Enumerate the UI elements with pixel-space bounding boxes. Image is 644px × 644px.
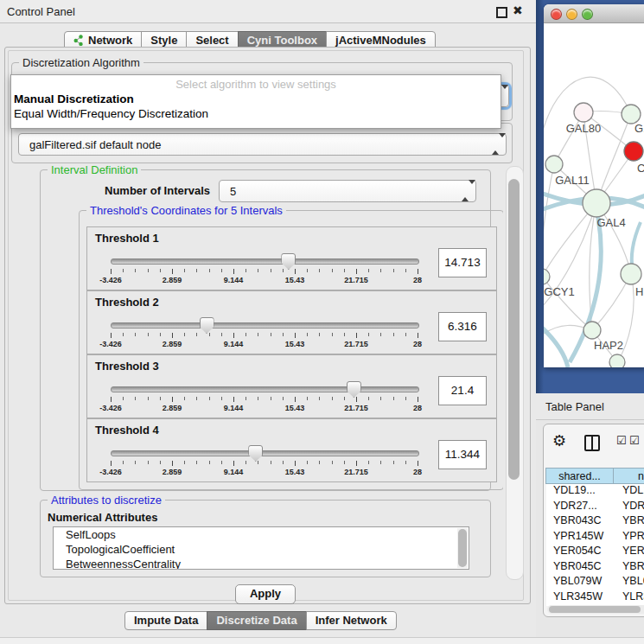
attribute-item[interactable]: SelfLoops [54,527,469,542]
table-cell[interactable]: YBR0 [614,514,644,530]
slider-thumb[interactable] [281,253,296,270]
close-traffic-light[interactable] [551,9,562,20]
label-hap2: HAP2 [594,339,623,352]
table-cell[interactable]: YER054C [546,545,614,560]
table-cell[interactable]: YBL079W [546,575,614,590]
table-horizontal-scrollbar[interactable] [547,605,644,614]
table-row[interactable]: YPR145WYPR1 [546,530,644,545]
table-row[interactable]: YLR345WYLR3 [546,590,644,606]
tick-mark [368,461,369,464]
tab-label: Network [88,34,132,47]
threshold-value-field[interactable]: 21.4 [438,376,487,405]
node-h[interactable] [621,264,641,284]
node-gcy1[interactable] [544,269,550,284]
slider-thumb[interactable] [200,317,214,334]
table-cell[interactable]: YDR2 [614,500,644,515]
column-header-shared[interactable]: shared... [545,468,614,484]
table-cell[interactable]: YLR345W [546,590,614,606]
tick-mark [233,461,234,466]
network-canvas[interactable]: GAL80 G. C GAL11 GAL4 GCY1 H HAP2 [544,23,644,367]
slider-thumb[interactable] [248,445,263,462]
slider-track[interactable] [111,450,419,456]
table-row[interactable]: YER054CYER0 [546,545,644,560]
tick-mark [258,461,258,464]
node-bottom[interactable] [609,354,625,367]
node-top-right[interactable] [622,105,641,124]
tick-mark [111,333,112,338]
tab-infer-network[interactable]: Infer Network [306,611,397,630]
threshold-slider[interactable]: -3.4262.8599.14415.4321.71528 [103,381,425,412]
table-cell[interactable]: YPR1 [614,530,644,545]
tick-mark [148,333,149,336]
zoom-traffic-light[interactable] [582,9,593,20]
apply-button[interactable]: Apply [235,584,296,604]
checkbox-icon[interactable]: ☑ [629,434,640,447]
table-cell[interactable]: YLR3 [614,590,644,606]
slider-track[interactable] [111,322,419,328]
table-cell[interactable]: YBR0 [614,560,644,576]
threshold-value-field[interactable]: 6.316 [438,312,487,341]
attribute-item[interactable]: BetweennessCentrality [54,557,469,570]
tick-mark [184,269,185,272]
table-row[interactable]: YDL19...YDL1 [546,484,644,500]
threshold-slider[interactable]: -3.4262.8599.14415.4321.71528 [103,317,425,348]
table-cell[interactable]: YER0 [614,545,644,560]
slider-track[interactable] [111,258,419,265]
slider-track[interactable] [111,386,419,392]
network-window-titlebar[interactable] [544,4,644,23]
node-hap2[interactable] [583,322,601,339]
table-cell[interactable]: YDL1 [614,484,644,500]
tick-mark [245,461,246,464]
tab-impute-data[interactable]: Impute Data [124,611,207,630]
slider-thumb[interactable] [347,381,361,398]
table-cell[interactable]: YBR045C [546,560,614,576]
node-gal80[interactable] [574,103,593,122]
settings-vertical-scrollbar[interactable] [506,166,524,580]
tick-mark [418,461,418,466]
number-of-intervals-combobox[interactable]: 5 [219,180,476,202]
table-cell[interactable]: YPR145W [546,530,614,545]
table-cell[interactable]: YDL19... [546,484,614,500]
float-window-icon[interactable] [496,7,507,18]
tick-mark [172,269,173,274]
tick-label: 9.144 [224,468,244,476]
node-red-selected[interactable] [624,142,643,161]
tick-mark [196,461,197,464]
tick-mark [148,397,149,400]
tick-mark [380,269,381,272]
threshold-slider[interactable]: -3.4262.8599.14415.4321.71528 [103,445,425,476]
scrollbar-thumb[interactable] [508,179,520,480]
table-row[interactable]: YBL079WYBL0 [546,575,644,590]
table-row[interactable]: YBR043CYBR0 [546,514,644,530]
gear-icon[interactable]: ⚙ [552,433,566,449]
column-header-name[interactable]: na [613,468,644,484]
tick-mark [307,397,308,400]
minimize-traffic-light[interactable] [566,9,577,20]
attribute-item[interactable]: TopologicalCoefficient [54,542,469,557]
list-scrollbar[interactable] [457,528,468,568]
table-data-combobox[interactable]: galFiltered.sif default node [18,133,507,156]
checkbox-icon[interactable]: ☑ [616,434,627,447]
table-cell[interactable]: YBL0 [614,575,644,590]
tick-mark [160,333,161,336]
table-cell[interactable]: YBR043C [546,514,614,530]
threshold-slider[interactable]: -3.4262.8599.14415.4321.71528 [103,253,425,284]
dropdown-option-equal-width[interactable]: Equal Width/Frequency Discretization [14,107,208,120]
threshold-value-field[interactable]: 11.344 [438,440,487,469]
tick-mark [123,461,124,464]
node-gal4[interactable] [583,189,610,217]
table-cell[interactable]: YDR27... [546,500,614,515]
tab-discretize-data[interactable]: Discretize Data [207,611,306,630]
tick-label: 15.43 [285,340,305,348]
table-row[interactable]: YBR045CYBR0 [546,560,644,576]
node-gal11[interactable] [545,156,563,173]
threshold-value-field[interactable]: 14.713 [438,248,487,277]
dropdown-option-manual[interactable]: Manual Discretization [14,92,134,105]
close-icon[interactable]: ✖ [513,3,523,17]
tick-mark [307,269,308,272]
table-row[interactable]: YDR27...YDR2 [546,500,644,515]
scrollbar-thumb[interactable] [549,606,641,613]
label-g-cut: G. [634,122,644,135]
scrollbar-thumb[interactable] [458,529,467,567]
split-columns-icon[interactable] [584,435,600,451]
